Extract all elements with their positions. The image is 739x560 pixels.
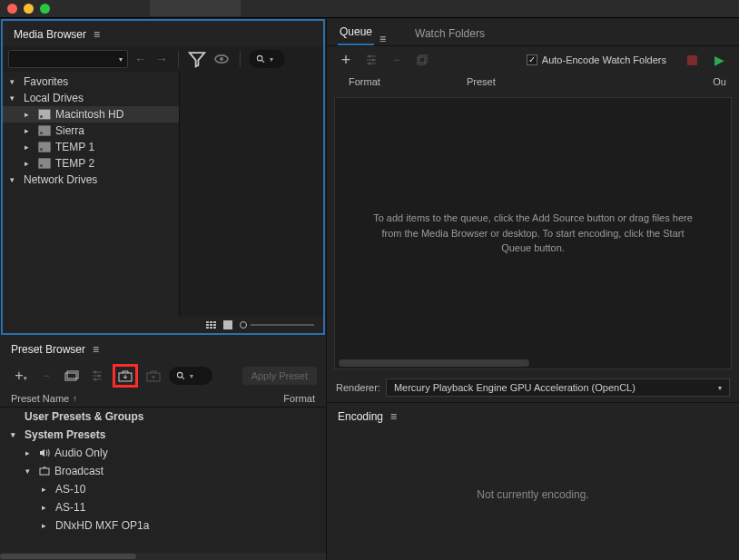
svg-point-9: [94, 371, 97, 374]
encoding-status: Not currently encoding.: [477, 488, 588, 501]
col-format[interactable]: Format: [349, 76, 467, 87]
encoding-title: Encoding: [338, 410, 383, 423]
window-close-button[interactable]: [7, 4, 17, 14]
divider: [178, 51, 179, 67]
chevron-down-icon: ▾: [718, 384, 722, 392]
col-format[interactable]: Format: [283, 393, 315, 404]
renderer-label: Renderer:: [336, 382, 380, 393]
apply-preset-button[interactable]: Apply Preset: [242, 367, 317, 385]
preset-h-scrollbar[interactable]: [0, 553, 326, 560]
preset-browser-panel: Preset Browser ≡ +▾ −: [0, 336, 326, 560]
ingest-icon[interactable]: [212, 50, 232, 68]
tree-drive-item[interactable]: ▸ Macintosh HD: [3, 106, 179, 123]
svg-rect-16: [40, 468, 49, 475]
svg-point-10: [98, 375, 101, 378]
tree-drive-item[interactable]: ▸ TEMP 2: [3, 155, 179, 172]
media-content-area[interactable]: [180, 72, 323, 317]
chevron-right-icon: ▸: [25, 159, 34, 168]
panel-menu-icon[interactable]: ≡: [94, 28, 100, 41]
preset-item[interactable]: ▸ AS-10: [0, 480, 326, 498]
queue-h-scrollbar[interactable]: [339, 359, 727, 367]
preset-audio-only[interactable]: ▸ Audio Only: [0, 444, 326, 462]
queue-drop-area[interactable]: To add items to the queue, click the Add…: [334, 97, 732, 369]
panel-menu-icon[interactable]: ≡: [390, 410, 397, 423]
divider: [240, 51, 241, 67]
tab-queue[interactable]: Queue: [338, 25, 374, 45]
chevron-right-icon: ▸: [25, 448, 34, 457]
broadcast-icon: [39, 467, 50, 476]
add-preset-button[interactable]: +▾: [11, 367, 31, 385]
nav-back-button[interactable]: ←: [133, 51, 149, 67]
chevron-right-icon: ▸: [42, 485, 51, 494]
preset-broadcast[interactable]: ▾ Broadcast: [0, 462, 326, 480]
sound-icon: [39, 448, 50, 457]
export-preset-button[interactable]: [143, 367, 163, 385]
stop-icon[interactable]: [687, 55, 697, 65]
chevron-right-icon: ▸: [25, 126, 34, 135]
nav-forward-button[interactable]: →: [153, 51, 170, 67]
thumb-view-icon[interactable]: [223, 320, 232, 329]
svg-point-22: [369, 63, 371, 65]
preset-tree[interactable]: User Presets & Groups ▾ System Presets ▸…: [0, 407, 326, 553]
list-view-icon[interactable]: [206, 321, 216, 329]
svg-rect-23: [418, 57, 425, 64]
remove-preset-button[interactable]: −: [36, 367, 56, 385]
panel-menu-icon[interactable]: ≡: [379, 33, 386, 45]
filter-icon[interactable]: [187, 50, 207, 68]
tree-drive-item[interactable]: ▸ Sierra: [3, 123, 179, 139]
tab-watch-folders[interactable]: Watch Folders: [413, 27, 487, 45]
svg-point-14: [177, 372, 182, 378]
zoom-track[interactable]: [251, 324, 314, 326]
preset-settings-button[interactable]: [87, 367, 107, 385]
import-preset-button-highlight: [113, 364, 138, 388]
search-input[interactable]: ▾: [249, 50, 285, 68]
svg-point-1: [220, 57, 223, 61]
panel-menu-icon[interactable]: ≡: [93, 343, 99, 356]
drive-icon: [38, 158, 51, 169]
title-dark-slot: [150, 0, 241, 16]
encoding-panel: Encoding ≡ Not currently encoding.: [327, 402, 739, 560]
preset-browser-title: Preset Browser: [11, 343, 85, 356]
queue-hint-text: To add items to the queue, click the Add…: [371, 211, 695, 256]
add-source-button[interactable]: +: [338, 52, 354, 68]
queue-settings-icon[interactable]: [363, 52, 379, 68]
remove-button[interactable]: −: [389, 52, 405, 68]
preset-system-group[interactable]: ▾ System Presets: [0, 426, 326, 444]
chevron-right-icon: ▸: [25, 110, 34, 119]
auto-encode-label: Auto-Encode Watch Folders: [542, 54, 666, 65]
tree-favorites[interactable]: ▾ Favorites: [3, 74, 179, 90]
tree-drive-item[interactable]: ▸ TEMP 1: [3, 139, 179, 155]
col-output[interactable]: Ou: [713, 76, 726, 87]
import-preset-button[interactable]: [115, 367, 135, 385]
col-preset[interactable]: Preset: [467, 76, 713, 87]
preset-item[interactable]: ▸ AS-11: [0, 498, 326, 516]
chevron-down-icon: ▾: [119, 55, 123, 64]
start-queue-button[interactable]: ▶: [714, 53, 724, 67]
svg-point-11: [94, 378, 97, 381]
chevron-down-icon: ▾: [25, 467, 34, 476]
media-browser-title: Media Browser: [14, 28, 86, 41]
preset-search-input[interactable]: ▾: [169, 367, 212, 385]
chevron-down-icon: ▾: [190, 372, 193, 380]
window-minimize-button[interactable]: [24, 4, 34, 14]
new-group-button[interactable]: [62, 367, 82, 385]
media-tree[interactable]: ▾ Favorites ▾ Local Drives ▸ Macintosh H…: [3, 72, 180, 317]
col-preset-name[interactable]: Preset Name: [11, 393, 69, 404]
zoom-min-icon: [240, 321, 247, 329]
renderer-select[interactable]: Mercury Playback Engine GPU Acceleration…: [386, 378, 730, 397]
tree-local-drives[interactable]: ▾ Local Drives: [3, 90, 179, 106]
duplicate-button[interactable]: [414, 52, 430, 68]
chevron-down-icon: ▾: [11, 430, 20, 439]
window-zoom-button[interactable]: [40, 4, 50, 14]
preset-user-group[interactable]: User Presets & Groups: [0, 408, 326, 426]
chevron-right-icon: ▸: [25, 142, 34, 152]
zoom-slider[interactable]: [240, 321, 314, 329]
chevron-right-icon: ▸: [42, 503, 51, 512]
queue-panel: Queue ≡ Watch Folders + − Auto-Encode Wa…: [327, 18, 739, 402]
drive-icon: [38, 125, 51, 136]
preset-item[interactable]: ▸ DNxHD MXF OP1a: [0, 516, 326, 535]
path-dropdown[interactable]: ▾: [8, 50, 128, 68]
tree-network-drives[interactable]: ▾ Network Drives: [3, 172, 179, 188]
auto-encode-checkbox[interactable]: [527, 54, 537, 65]
chevron-down-icon: ▾: [10, 77, 19, 86]
